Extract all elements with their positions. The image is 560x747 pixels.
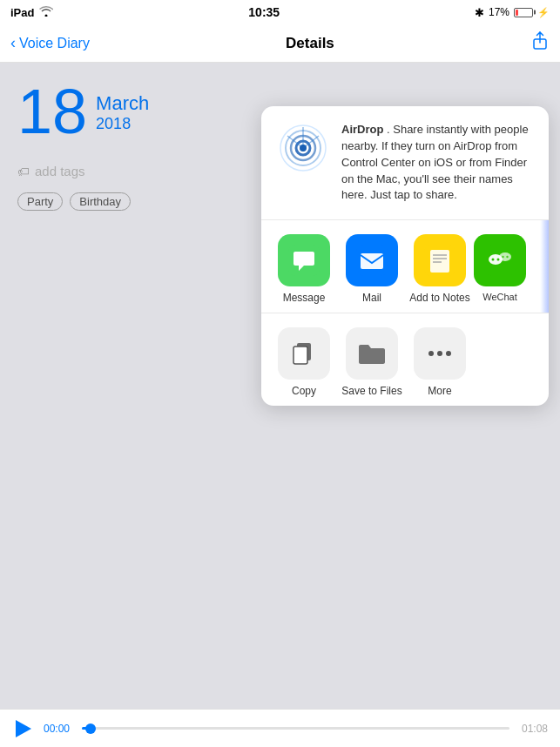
app-item-mail[interactable]: Mail xyxy=(338,234,406,304)
svg-point-5 xyxy=(300,145,307,151)
wifi-icon xyxy=(39,6,53,19)
app-item-notes[interactable]: Add to Notes xyxy=(406,234,474,304)
notes-label: Add to Notes xyxy=(409,292,469,304)
save-to-files-icon xyxy=(346,327,398,380)
status-right: ✱ 17% ⚡ xyxy=(475,6,550,19)
svg-point-19 xyxy=(502,256,503,258)
current-time: 00:00 xyxy=(44,723,73,735)
message-label: Message xyxy=(283,292,326,304)
chevron-left-icon: ‹ xyxy=(10,34,16,52)
airdrop-section: AirDrop . Share instantly with people ne… xyxy=(261,106,549,220)
mail-icon xyxy=(346,234,398,286)
battery-icon xyxy=(514,8,533,17)
apps-section: Message Mail xyxy=(261,220,549,313)
airdrop-title: AirDrop xyxy=(341,123,383,136)
share-button[interactable] xyxy=(530,31,550,55)
main-content: 18 March 2018 🏷 add tags Party Birthday xyxy=(0,63,560,709)
back-label: Voice Diary xyxy=(19,36,90,51)
svg-point-24 xyxy=(437,351,442,356)
share-sheet: AirDrop . Share instantly with people ne… xyxy=(261,106,549,406)
svg-point-18 xyxy=(497,259,500,261)
svg-point-16 xyxy=(499,252,511,261)
save-to-files-label: Save to Files xyxy=(341,385,401,397)
airdrop-description: AirDrop . Share instantly with people ne… xyxy=(341,122,533,204)
svg-point-23 xyxy=(428,351,434,356)
battery-percent: 17% xyxy=(489,6,509,18)
actions-section: Copy Save to Files xyxy=(261,313,549,406)
app-item-wechat[interactable]: WeChat xyxy=(474,234,526,302)
wechat-icon xyxy=(474,234,526,286)
message-icon xyxy=(278,234,330,286)
more-icon xyxy=(414,327,466,380)
play-button[interactable] xyxy=(12,717,35,740)
play-icon xyxy=(16,720,31,737)
copy-icon xyxy=(278,327,330,380)
svg-point-25 xyxy=(446,351,451,356)
device-label: iPad xyxy=(10,6,34,19)
back-button[interactable]: ‹ Voice Diary xyxy=(10,34,90,52)
svg-rect-8 xyxy=(361,253,383,269)
mail-label: Mail xyxy=(362,292,381,304)
action-more[interactable]: More xyxy=(406,327,474,397)
airdrop-icon xyxy=(277,122,329,174)
action-save-to-files[interactable]: Save to Files xyxy=(338,327,406,397)
page-title: Details xyxy=(286,35,334,52)
svg-point-20 xyxy=(506,256,508,258)
svg-rect-10 xyxy=(430,250,449,273)
more-label: More xyxy=(428,385,451,397)
action-copy[interactable]: Copy xyxy=(270,327,338,397)
nav-bar: ‹ Voice Diary Details xyxy=(0,24,560,63)
svg-point-17 xyxy=(492,259,495,261)
end-time: 01:08 xyxy=(518,723,548,735)
status-bar: iPad 10:35 ✱ 17% ⚡ xyxy=(0,0,560,24)
status-left: iPad xyxy=(10,6,53,19)
charging-icon: ⚡ xyxy=(537,7,550,18)
svg-rect-22 xyxy=(293,347,307,364)
progress-track[interactable] xyxy=(82,727,509,730)
status-time: 10:35 xyxy=(248,5,280,19)
app-item-message[interactable]: Message xyxy=(270,234,338,304)
wechat-label: WeChat xyxy=(482,292,517,302)
progress-thumb xyxy=(85,723,96,734)
copy-label: Copy xyxy=(292,385,316,397)
bluetooth-icon: ✱ xyxy=(475,6,484,19)
audio-bar: 00:00 01:08 xyxy=(0,709,560,747)
notes-icon xyxy=(414,234,466,286)
